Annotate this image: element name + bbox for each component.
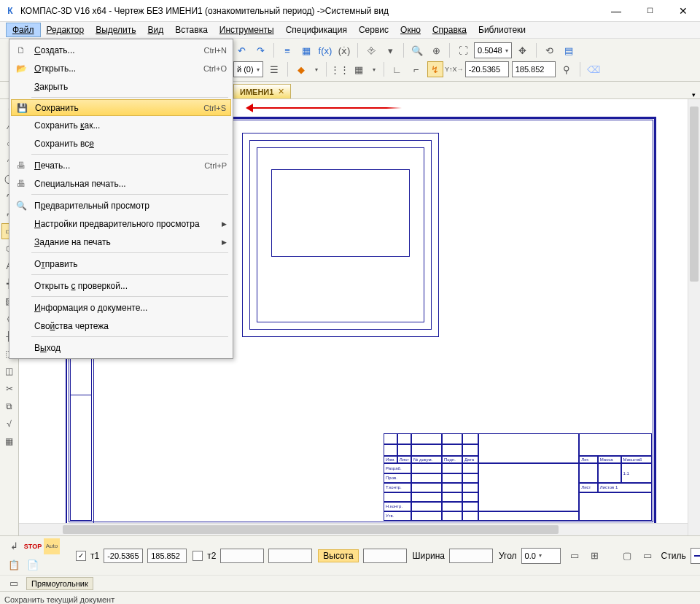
osnap-dd-icon[interactable]: ▾: [312, 61, 321, 77]
zoom-combo[interactable]: 0.5048▾: [474, 42, 512, 58]
tool-trim-icon[interactable]: ✂: [1, 381, 18, 397]
mi-preview[interactable]: 🔍 Предварительный просмотр: [11, 196, 231, 214]
mi-print[interactable]: 🖶 Печать... Ctrl+P: [11, 156, 231, 174]
angle-combo[interactable]: 0.0▾: [521, 548, 561, 564]
bom-icon[interactable]: ≡: [279, 42, 295, 58]
menu-file[interactable]: Файл: [6, 23, 41, 37]
t2-y-input[interactable]: [268, 549, 312, 563]
zoom-fit-icon[interactable]: ⛶: [455, 42, 471, 58]
t1-y-input[interactable]: [147, 549, 187, 563]
annotation-arrow: [249, 107, 402, 109]
refresh-icon[interactable]: ⟲: [542, 42, 558, 58]
mi-doc-info[interactable]: Информация о документе...: [11, 298, 231, 317]
coord-mgr-icon[interactable]: ⚲: [559, 61, 575, 77]
dd-icon[interactable]: ▾: [382, 42, 398, 58]
menu-libs[interactable]: Библиотеки: [472, 23, 532, 36]
menu-help[interactable]: Справка: [427, 23, 472, 36]
layer-combo[interactable]: й (0)▾: [233, 61, 263, 77]
lib-icon[interactable]: ▤: [561, 42, 577, 58]
mi-save-all[interactable]: Сохранить все: [11, 134, 231, 152]
format-icon[interactable]: ⌫: [586, 61, 602, 77]
t1-x-input[interactable]: [104, 549, 143, 563]
menu-select[interactable]: Выделить: [90, 23, 141, 36]
axis-off-icon[interactable]: ▭: [567, 548, 583, 564]
menu-insert[interactable]: Вставка: [169, 23, 214, 36]
mi-open-check[interactable]: Открыть с проверкой...: [11, 276, 231, 295]
horizontal-scrollbar[interactable]: [19, 523, 688, 535]
tool-offset-icon[interactable]: ◫: [1, 363, 18, 379]
minimize-button[interactable]: —: [599, 0, 633, 22]
t2-check[interactable]: [192, 551, 203, 561]
maximize-button[interactable]: ☐: [633, 0, 666, 22]
spec-print-icon: 🖶: [14, 179, 28, 189]
mi-exit[interactable]: Выход: [11, 338, 231, 357]
t1-label: т1: [90, 551, 99, 561]
menu-window[interactable]: Окно: [394, 23, 427, 36]
mi-doc-props[interactable]: Свойства чертежа: [11, 317, 231, 335]
tab-close-icon[interactable]: ✕: [278, 87, 284, 96]
fx-icon[interactable]: f(x): [317, 42, 333, 58]
mi-spec-print[interactable]: 🖶 Специальная печать...: [11, 174, 231, 193]
style-combo[interactable]: ▾: [691, 548, 700, 564]
xy-icon[interactable]: Y↑X→: [446, 61, 462, 77]
menu-tools[interactable]: Инструменты: [214, 23, 280, 36]
zoom-in-icon[interactable]: ⊕: [428, 42, 444, 58]
statusbar-text: Сохранить текущий документ: [4, 595, 114, 604]
rounded-icon[interactable]: ▢: [619, 548, 635, 564]
mi-send[interactable]: Отправить: [11, 255, 231, 273]
mi-close[interactable]: Закрыть: [11, 77, 231, 96]
save-icon: 💾: [15, 103, 29, 113]
menu-service[interactable]: Сервис: [353, 23, 394, 36]
mi-print-job[interactable]: Задание на печать ▶: [11, 233, 231, 251]
undo-icon[interactable]: ↶: [233, 42, 249, 58]
vertical-scrollbar[interactable]: [688, 99, 700, 535]
enter-icon[interactable]: ↲: [6, 538, 22, 554]
square-icon[interactable]: ▭: [639, 548, 656, 564]
style-label: Стиль: [661, 551, 686, 561]
tool-table-icon[interactable]: ▦: [1, 433, 18, 449]
grid-icon[interactable]: ▦: [351, 61, 367, 77]
coord-y-field[interactable]: 185.852: [512, 61, 556, 77]
mi-save-as[interactable]: Сохранить как...: [11, 116, 231, 134]
zoom-area-icon[interactable]: 🔍: [409, 42, 425, 58]
mi-preview-settings[interactable]: Настройки предварительного просмотра ▶: [11, 214, 231, 233]
t1-check[interactable]: ✓: [76, 551, 86, 561]
titlebar: К КОМПАС-3D V16 x64 - Чертеж БЕЗ ИМЕНИ1 …: [0, 0, 700, 22]
open-icon: 📂: [14, 63, 28, 74]
auto-icon[interactable]: Auto: [44, 538, 60, 554]
calc-icon[interactable]: ▦: [298, 42, 314, 58]
osnap-icon[interactable]: ◆: [293, 61, 309, 77]
width-input[interactable]: [449, 549, 493, 563]
mi-open[interactable]: 📂 Открыть... Ctrl+O: [11, 59, 231, 77]
stop-icon[interactable]: STOP: [25, 538, 41, 554]
grid-dd-icon[interactable]: ▾: [370, 61, 378, 77]
window-title: КОМПАС-3D V16 x64 - Чертеж БЕЗ ИМЕНИ1 (о…: [20, 6, 599, 16]
set1-icon[interactable]: ⋮⋮: [332, 61, 348, 77]
ortho-icon[interactable]: ∟: [389, 61, 405, 77]
close-button[interactable]: ✕: [666, 0, 700, 22]
axis-on-icon[interactable]: ⊞: [587, 548, 603, 564]
vars-icon[interactable]: (ẋ): [336, 42, 352, 58]
tabs-overflow-icon[interactable]: ▾: [687, 91, 700, 98]
tab-rect-icon[interactable]: ▭: [6, 576, 22, 592]
menu-spec[interactable]: Спецификация: [280, 23, 353, 36]
paste-props-icon[interactable]: 📄: [25, 557, 41, 573]
tab-rect[interactable]: Прямоугольник: [26, 577, 93, 590]
menu-editor[interactable]: Редактор: [41, 23, 90, 36]
lcsys-icon[interactable]: ↯: [427, 61, 443, 77]
redo-icon[interactable]: ↷: [252, 42, 268, 58]
document-tab[interactable]: ИМЕНИ1 ✕: [233, 84, 291, 98]
coord-x-field[interactable]: -20.5365: [465, 61, 509, 77]
pan-icon[interactable]: ✥: [515, 42, 531, 58]
copy-props-icon[interactable]: 📋: [6, 557, 22, 573]
whatsthis-icon[interactable]: ⯑: [363, 42, 379, 58]
menu-view[interactable]: Вид: [142, 23, 170, 36]
layer-mgr-icon[interactable]: ☰: [266, 61, 282, 77]
tool-rough-icon[interactable]: √: [1, 416, 18, 432]
mi-save[interactable]: 💾 Сохранить Ctrl+S: [11, 99, 231, 116]
height-input[interactable]: [363, 549, 407, 563]
tool-macro-icon[interactable]: ⧉: [1, 398, 18, 414]
t2-x-input[interactable]: [220, 549, 264, 563]
snap2-icon[interactable]: ⌐: [408, 61, 424, 77]
mi-create[interactable]: 🗋 ССоздать...оздать... Ctrl+N: [11, 41, 231, 59]
